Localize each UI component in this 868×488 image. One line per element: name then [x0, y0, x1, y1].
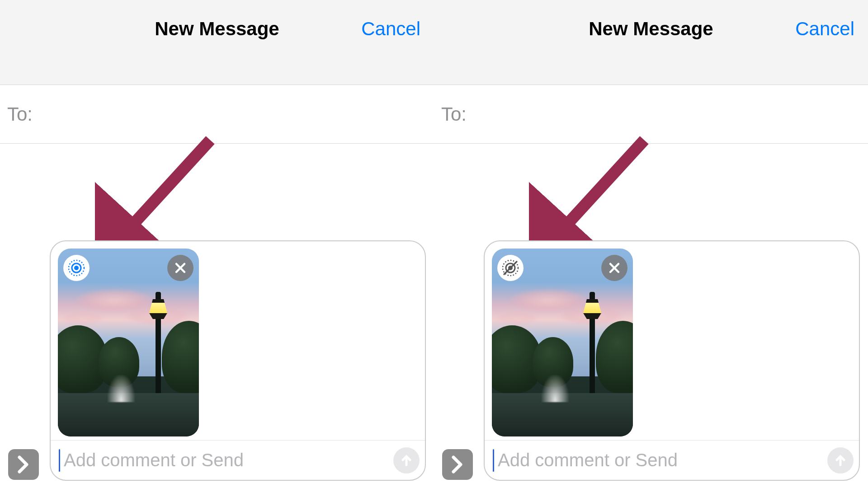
message-bubble: Add comment or Send	[484, 240, 860, 481]
chevron-right-icon	[452, 455, 463, 474]
message-input-row[interactable]: Add comment or Send	[51, 440, 425, 480]
chevron-right-icon	[18, 455, 29, 474]
live-photo-toggle-on-icon[interactable]	[63, 255, 90, 281]
recipient-field-row[interactable]: To:	[434, 85, 868, 144]
cancel-button[interactable]: Cancel	[795, 18, 854, 40]
svg-line-1	[113, 140, 210, 246]
close-icon	[608, 262, 621, 274]
close-icon	[174, 262, 187, 274]
apps-expand-button[interactable]	[8, 449, 39, 480]
header-bar: New Message Cancel	[434, 0, 868, 85]
messages-new-message-pane-left: New Message Cancel To:	[0, 0, 434, 488]
composer-area: Add comment or Send	[434, 235, 868, 488]
send-button[interactable]	[393, 447, 420, 474]
message-input-placeholder: Add comment or Send	[498, 450, 824, 470]
remove-attachment-button[interactable]	[167, 255, 193, 281]
message-input-placeholder: Add comment or Send	[64, 450, 390, 470]
send-button[interactable]	[827, 447, 854, 474]
image-attachment-thumbnail[interactable]	[58, 249, 199, 436]
attachment-zone	[51, 241, 425, 440]
live-photo-toggle-off-icon[interactable]	[497, 255, 524, 281]
image-attachment-thumbnail[interactable]	[492, 249, 633, 436]
message-input-row[interactable]: Add comment or Send	[485, 440, 859, 480]
svg-line-6	[547, 140, 644, 246]
arrow-up-icon	[834, 454, 847, 467]
side-by-side-container: New Message Cancel To:	[0, 0, 868, 488]
remove-attachment-button[interactable]	[601, 255, 627, 281]
messages-new-message-pane-right: New Message Cancel To:	[434, 0, 868, 488]
composer-area: Add comment or Send	[0, 235, 434, 488]
cancel-button[interactable]: Cancel	[361, 18, 420, 40]
attachment-zone	[485, 241, 859, 440]
message-bubble: Add comment or Send	[50, 240, 426, 481]
to-label: To:	[441, 103, 467, 125]
text-cursor	[59, 449, 60, 472]
header-bar: New Message Cancel	[0, 0, 434, 85]
apps-expand-button[interactable]	[442, 449, 473, 480]
to-label: To:	[7, 103, 33, 125]
text-cursor	[493, 449, 494, 472]
arrow-up-icon	[400, 454, 413, 467]
recipient-field-row[interactable]: To:	[0, 85, 434, 144]
svg-point-2	[74, 266, 79, 270]
